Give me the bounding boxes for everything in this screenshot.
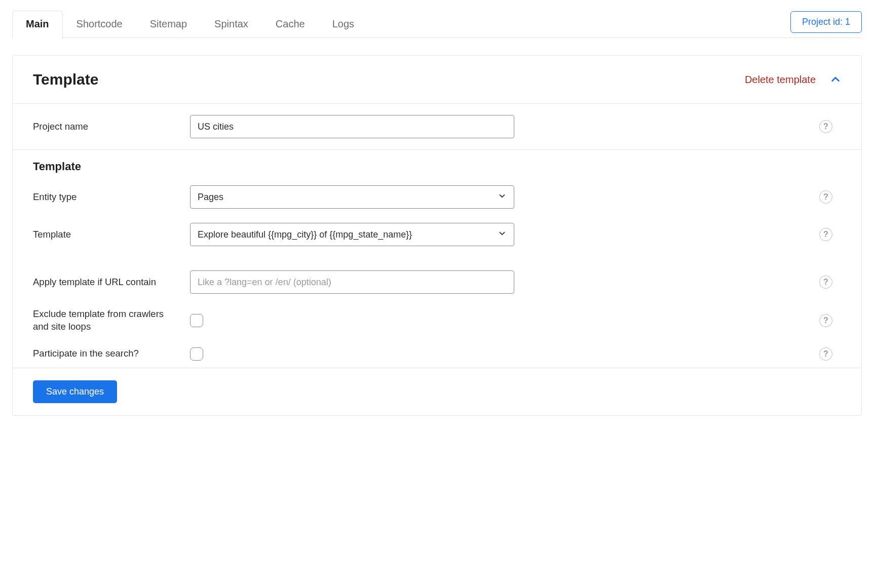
participate-checkbox[interactable] bbox=[190, 347, 203, 361]
help-icon[interactable]: ? bbox=[819, 120, 832, 133]
label-project-name: Project name bbox=[33, 121, 190, 133]
row-project-name: Project name ? bbox=[13, 104, 861, 150]
tab-cache[interactable]: Cache bbox=[262, 11, 319, 38]
row-template: Template Explore beautiful {{mpg_city}} … bbox=[13, 216, 861, 253]
chevron-down-icon bbox=[498, 229, 507, 241]
tab-sitemap[interactable]: Sitemap bbox=[136, 11, 201, 38]
entity-type-select[interactable]: Pages bbox=[190, 185, 514, 209]
template-value: Explore beautiful {{mpg_city}} of {{mpg_… bbox=[198, 229, 412, 240]
help-icon[interactable]: ? bbox=[819, 276, 832, 289]
help-icon[interactable]: ? bbox=[819, 190, 832, 204]
tab-bar: Main Shortcode Sitemap Spintax Cache Log… bbox=[12, 10, 862, 38]
row-url-contain: Apply template if URL contain ? bbox=[13, 253, 861, 301]
label-url-contain: Apply template if URL contain bbox=[33, 276, 190, 289]
template-select[interactable]: Explore beautiful {{mpg_city}} of {{mpg_… bbox=[190, 223, 514, 246]
url-contain-input[interactable] bbox=[190, 270, 514, 294]
tab-shortcode[interactable]: Shortcode bbox=[63, 11, 136, 38]
project-name-input[interactable] bbox=[190, 115, 514, 138]
tab-spintax[interactable]: Spintax bbox=[201, 11, 262, 38]
chevron-down-icon bbox=[498, 191, 507, 203]
panel-header: Template Delete template bbox=[13, 56, 861, 104]
label-exclude: Exclude template from crawlers and site … bbox=[33, 308, 190, 333]
label-entity-type: Entity type bbox=[33, 191, 190, 204]
row-exclude-template: Exclude template from crawlers and site … bbox=[13, 301, 861, 340]
help-icon[interactable]: ? bbox=[819, 228, 832, 241]
chevron-up-icon[interactable] bbox=[830, 74, 841, 85]
exclude-checkbox[interactable] bbox=[190, 314, 203, 327]
help-icon[interactable]: ? bbox=[819, 347, 832, 361]
row-entity-type: Entity type Pages ? bbox=[13, 178, 861, 216]
save-button[interactable]: Save changes bbox=[33, 380, 117, 403]
label-template: Template bbox=[33, 228, 190, 241]
delete-template-link[interactable]: Delete template bbox=[745, 74, 816, 86]
tab-main[interactable]: Main bbox=[12, 11, 63, 38]
row-participate: Participate in the search? ? bbox=[13, 340, 861, 368]
project-id-badge[interactable]: Project id: 1 bbox=[790, 11, 862, 33]
panel-title: Template bbox=[33, 71, 745, 88]
label-participate: Participate in the search? bbox=[33, 347, 190, 360]
section-heading-template: Template bbox=[13, 150, 861, 178]
panel-footer: Save changes bbox=[13, 368, 861, 415]
entity-type-value: Pages bbox=[198, 192, 223, 203]
help-icon[interactable]: ? bbox=[819, 314, 832, 327]
tab-logs[interactable]: Logs bbox=[319, 11, 368, 38]
template-panel: Template Delete template Project name ? … bbox=[12, 55, 862, 416]
